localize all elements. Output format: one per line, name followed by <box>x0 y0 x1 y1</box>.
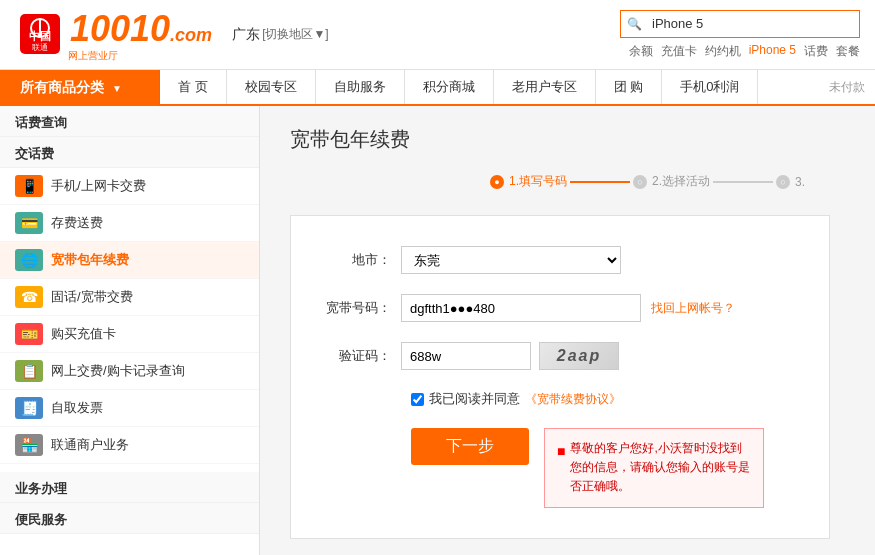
region-display[interactable]: 广东 [切换地区▼] <box>232 26 329 44</box>
nav-mobile-zero[interactable]: 手机0利润 <box>662 70 758 104</box>
broadband-row: 宽带号码： 找回上网帐号？ <box>311 294 809 322</box>
header-links: 余额 充值卡 约约机 iPhone 5 话费 套餐 <box>629 43 860 60</box>
save-icon: 💳 <box>15 212 43 234</box>
sidebar-label-7: 联通商户业务 <box>51 436 129 454</box>
nav-links: 首 页 校园专区 自助服务 积分商城 老用户专区 团 购 手机0利润 未付款 <box>160 70 875 106</box>
broadband-control: 找回上网帐号？ <box>401 294 809 322</box>
nav-group[interactable]: 团 购 <box>596 70 663 104</box>
main-content: 话费查询 交话费 📱 手机/上网卡交费 💳 存费送费 🌐 宽带包年续费 ☎ 固话… <box>0 106 875 555</box>
all-products-menu[interactable]: 所有商品分类 ▼ <box>0 70 160 106</box>
search-bar[interactable]: 🔍 <box>620 10 860 38</box>
sidebar-label-2: 宽带包年续费 <box>51 251 129 269</box>
step-1: ● 1.填写号码 <box>490 173 567 190</box>
sidebar-section-query: 话费查询 <box>0 106 259 137</box>
card-icon: 🎫 <box>15 323 43 345</box>
link-balance[interactable]: 余额 <box>629 43 653 60</box>
merchant-icon: 🏪 <box>15 434 43 456</box>
error-box: ■ 尊敬的客户您好,小沃暂时没找到您的信息，请确认您输入的账号是否正确哦。 <box>544 428 764 508</box>
link-package[interactable]: 套餐 <box>836 43 860 60</box>
broadband-icon: 🌐 <box>15 249 43 271</box>
city-row: 地市： 东莞 <box>311 246 809 274</box>
link-bill[interactable]: 话费 <box>804 43 828 60</box>
nav-home[interactable]: 首 页 <box>160 70 227 104</box>
record-icon: 📋 <box>15 360 43 382</box>
step-2-label: 2.选择活动 <box>652 173 710 190</box>
phone-icon: 📱 <box>15 175 43 197</box>
nav-unpaid: 未付款 <box>819 70 875 104</box>
captcha-group: 2aap <box>401 342 619 370</box>
city-control: 东莞 <box>401 246 809 274</box>
sidebar-item-buy-card[interactable]: 🎫 购买充值卡 <box>0 316 259 353</box>
nav-campus[interactable]: 校园专区 <box>227 70 316 104</box>
sidebar: 话费查询 交话费 📱 手机/上网卡交费 💳 存费送费 🌐 宽带包年续费 ☎ 固话… <box>0 106 260 555</box>
search-input[interactable] <box>648 14 859 33</box>
all-products-label: 所有商品分类 <box>20 79 104 97</box>
city-label: 地市： <box>311 246 401 274</box>
header-right: 🔍 余额 充值卡 约约机 iPhone 5 话费 套餐 <box>620 10 860 60</box>
brand-tagline: 网上营业厅 <box>68 50 212 62</box>
step-1-label: 1.填写号码 <box>509 173 567 190</box>
step-line-2 <box>713 181 773 183</box>
agreement-row: 我已阅读并同意 《宽带续费协议》 <box>411 390 809 408</box>
sidebar-label-5: 网上交费/购卡记录查询 <box>51 362 185 380</box>
find-account-link[interactable]: 找回上网帐号？ <box>651 300 735 317</box>
captcha-control: 2aap <box>401 342 809 370</box>
search-icon: 🔍 <box>621 13 648 35</box>
captcha-label: 验证码： <box>311 342 401 370</box>
brand-number-group: 10010.com 网上营业厅 <box>70 8 212 62</box>
unicom-logo-icon: 中国 联通 <box>15 12 65 57</box>
sidebar-item-landline[interactable]: ☎ 固话/宽带交费 <box>0 279 259 316</box>
step-3: ○ 3. <box>776 175 805 189</box>
sidebar-item-save-fee[interactable]: 💳 存费送费 <box>0 205 259 242</box>
sidebar-item-merchant[interactable]: 🏪 联通商户业务 <box>0 427 259 464</box>
nav-old-user[interactable]: 老用户专区 <box>494 70 596 104</box>
header: 中国 联通 10010.com 网上营业厅 广东 [切换地区▼] 🔍 余额 充值… <box>0 0 875 70</box>
sidebar-label-1: 存费送费 <box>51 214 103 232</box>
sidebar-label-6: 自取发票 <box>51 399 103 417</box>
region-switch[interactable]: [切换地区▼] <box>262 26 329 43</box>
broadband-label: 宽带号码： <box>311 294 401 322</box>
nav-bar: 所有商品分类 ▼ 首 页 校园专区 自助服务 积分商城 老用户专区 团 购 手机… <box>0 70 875 106</box>
sidebar-item-record[interactable]: 📋 网上交费/购卡记录查询 <box>0 353 259 390</box>
header-left: 中国 联通 10010.com 网上营业厅 广东 [切换地区▼] <box>15 8 329 62</box>
content-area: 宽带包年续费 ● 1.填写号码 ○ 2.选择活动 ○ 3. 地市： <box>260 106 875 555</box>
logo: 中国 联通 10010.com 网上营业厅 <box>15 8 212 62</box>
sidebar-label-4: 购买充值卡 <box>51 325 116 343</box>
dropdown-arrow-icon: ▼ <box>112 83 122 94</box>
sidebar-section-citizen: 便民服务 <box>0 503 259 534</box>
city-select[interactable]: 东莞 <box>401 246 621 274</box>
submit-button[interactable]: 下一步 <box>411 428 529 465</box>
landline-icon: ☎ <box>15 286 43 308</box>
captcha-row: 验证码： 2aap <box>311 342 809 370</box>
captcha-input[interactable] <box>401 342 531 370</box>
nav-points[interactable]: 积分商城 <box>405 70 494 104</box>
broadband-input[interactable] <box>401 294 641 322</box>
sidebar-item-broadband[interactable]: 🌐 宽带包年续费 <box>0 242 259 279</box>
link-iphone[interactable]: iPhone 5 <box>749 43 796 60</box>
page-title: 宽带包年续费 <box>290 126 845 153</box>
step-1-circle: ● <box>490 175 504 189</box>
sidebar-item-invoice[interactable]: 🧾 自取发票 <box>0 390 259 427</box>
agreement-text: 我已阅读并同意 <box>429 390 520 408</box>
link-contract[interactable]: 约约机 <box>705 43 741 60</box>
region-name: 广东 <box>232 26 260 44</box>
invoice-icon: 🧾 <box>15 397 43 419</box>
step-2: ○ 2.选择活动 <box>633 173 710 190</box>
brand-number: 10010 <box>70 8 170 49</box>
progress-bar: ● 1.填写号码 ○ 2.选择活动 ○ 3. <box>290 173 845 190</box>
link-recharge[interactable]: 充值卡 <box>661 43 697 60</box>
nav-self-service[interactable]: 自助服务 <box>316 70 405 104</box>
sidebar-section-pay: 交话费 <box>0 137 259 168</box>
agreement-checkbox[interactable] <box>411 393 424 406</box>
error-message: 尊敬的客户您好,小沃暂时没找到您的信息，请确认您输入的账号是否正确哦。 <box>570 439 751 497</box>
captcha-image[interactable]: 2aap <box>539 342 619 370</box>
brand-dot-com: .com <box>170 25 212 45</box>
form-container: 地市： 东莞 宽带号码： 找回上网帐号？ 验证码： <box>290 215 830 539</box>
submit-row: 下一步 ■ 尊敬的客户您好,小沃暂时没找到您的信息，请确认您输入的账号是否正确哦… <box>411 428 809 508</box>
step-2-circle: ○ <box>633 175 647 189</box>
agreement-link[interactable]: 《宽带续费协议》 <box>525 391 621 408</box>
sidebar-item-mobile-fee[interactable]: 📱 手机/上网卡交费 <box>0 168 259 205</box>
step-line-1 <box>570 181 630 183</box>
sidebar-section-service: 业务办理 <box>0 472 259 503</box>
sidebar-label-3: 固话/宽带交费 <box>51 288 133 306</box>
